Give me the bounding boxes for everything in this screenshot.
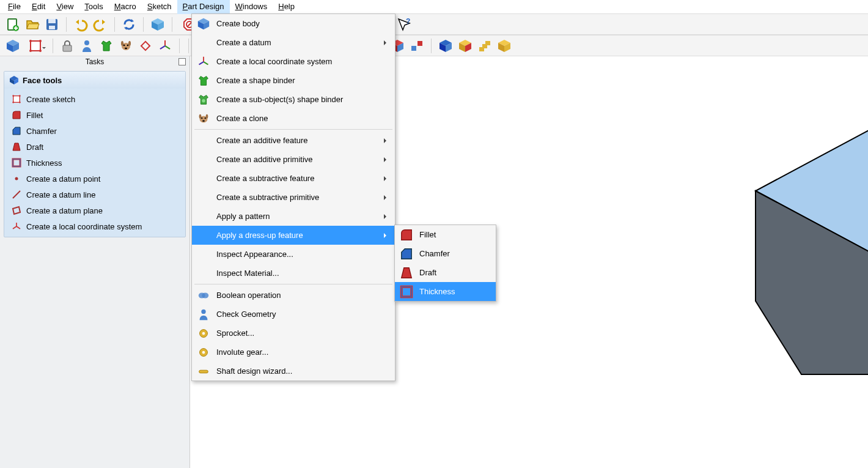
menuitem-involute-gear-[interactable]: Involute gear... (192, 343, 395, 362)
face-tool-create-a-datum-point[interactable]: Create a datum point (6, 171, 184, 187)
menuitem-create-a-sub-object-s-shape-binder[interactable]: Create a sub-object(s) shape binder (192, 90, 395, 109)
menuitem-inspect-material-[interactable]: Inspect Material... (192, 264, 395, 283)
svg-point-103 (202, 120, 205, 121)
svg-rect-73 (485, 41, 490, 45)
menu-file[interactable]: File (2, 0, 26, 14)
menuitem-label: Apply a dress-up feature (216, 231, 303, 240)
face-tool-create-sketch[interactable]: Create sketch (6, 91, 184, 107)
shirt2-icon (197, 93, 210, 106)
sketch-icon (12, 94, 21, 104)
rod-icon (197, 365, 210, 378)
menuitem-check-geometry[interactable]: Check Geometry (192, 305, 395, 324)
submenuitem-thickness[interactable]: Thickness (395, 282, 496, 301)
scale-button[interactable] (408, 37, 426, 55)
open-button[interactable] (23, 15, 42, 34)
menu-part-design[interactable]: Part Design (177, 0, 230, 14)
redo-button[interactable] (91, 15, 109, 34)
refresh-button[interactable] (120, 15, 138, 34)
svg-point-36 (125, 47, 127, 49)
menuitem-label: Create a sub-object(s) shape binder (216, 95, 343, 104)
face-tools-header[interactable]: Face tools (4, 72, 185, 89)
face-tool-create-a-local-coordinate-system[interactable]: Create a local coordinate system (6, 218, 184, 234)
save-button[interactable] (43, 15, 61, 34)
diamond-button[interactable] (136, 37, 155, 55)
menu-sketch[interactable]: Sketch (142, 0, 177, 14)
face-tools-list: Create sketchFilletChamferDraftThickness… (4, 89, 185, 237)
menuitem-create-a-local-coordinate-system[interactable]: Create a local coordinate system (192, 52, 395, 71)
sketch-button[interactable] (23, 37, 48, 55)
menuitem-create-a-clone[interactable]: Create a clone (192, 109, 395, 128)
lock-button[interactable] (58, 37, 76, 55)
shirt-button[interactable] (97, 37, 116, 55)
menuitem-create-a-shape-binder[interactable]: Create a shape binder (192, 71, 395, 90)
menuitem-create-a-subtractive-primitive[interactable]: Create a subtractive primitive (192, 188, 395, 207)
menuitem-inspect-appearance-[interactable]: Inspect Appearance... (192, 245, 395, 264)
submenuitem-chamfer[interactable]: Chamfer (395, 244, 496, 263)
svg-point-82 (19, 95, 21, 97)
face-tool-label: Fillet (26, 111, 43, 120)
face-tool-fillet[interactable]: Fillet (6, 107, 184, 123)
stack-button[interactable] (476, 37, 494, 55)
blank-icon (197, 248, 210, 261)
pl-icon (12, 206, 21, 215)
svg-point-34 (121, 41, 123, 46)
menuitem-label: Create an additive feature (216, 136, 308, 145)
box-button[interactable] (149, 15, 167, 34)
menuitem-create-a-datum[interactable]: Create a datum (192, 33, 395, 52)
menu-windows[interactable]: Windows (230, 0, 273, 14)
face-tool-chamfer[interactable]: Chamfer (6, 123, 184, 139)
undo-button[interactable] (72, 15, 90, 34)
menuitem-create-an-additive-primitive[interactable]: Create an additive primitive (192, 150, 395, 169)
face-tool-label: Create a datum point (26, 174, 100, 184)
face-tool-label: Create a local coordinate system (26, 222, 142, 231)
submenuitem-draft[interactable]: Draft (395, 263, 496, 282)
man-button[interactable] (78, 37, 96, 55)
submenuitem-label: Fillet (419, 230, 436, 239)
menuitem-shaft-design-wizard-[interactable]: Shaft design wizard... (192, 362, 395, 381)
menuitem-boolean-operation[interactable]: Boolean operation (192, 286, 395, 305)
fillet-icon (400, 228, 413, 242)
body-button[interactable] (4, 37, 22, 55)
menuitem-sprocket-[interactable]: Sprocket... (192, 324, 395, 343)
menuitem-apply-a-pattern[interactable]: Apply a pattern (192, 207, 395, 226)
menuitem-label: Create an additive primitive (216, 155, 313, 164)
face-tool-thickness[interactable]: Thickness (6, 155, 184, 171)
toolbar-partdesign: > (0, 35, 868, 56)
menu-macro[interactable]: Macro (109, 0, 142, 14)
dog-button[interactable] (117, 37, 135, 55)
menu-view[interactable]: View (51, 0, 79, 14)
whatsthis-button[interactable]: ? (395, 15, 413, 34)
face-tool-draft[interactable]: Draft (6, 139, 184, 155)
tray-button[interactable] (436, 37, 455, 55)
face-tool-create-a-datum-line[interactable]: Create a datum line (6, 187, 184, 202)
cube-model[interactable] (752, 117, 868, 387)
face-tool-create-a-datum-plane[interactable]: Create a datum plane (6, 202, 184, 218)
new-button[interactable] (4, 15, 22, 34)
menu-edit[interactable]: Edit (26, 0, 51, 14)
axes-button[interactable] (156, 37, 174, 55)
draft-icon (400, 266, 413, 280)
block-button[interactable] (456, 37, 474, 55)
svg-point-88 (15, 177, 18, 180)
menu-help[interactable]: Help (273, 0, 300, 14)
svg-line-89 (13, 191, 20, 198)
menuitem-create-an-additive-feature[interactable]: Create an additive feature (192, 131, 395, 150)
menuitem-label: Apply a pattern (216, 212, 270, 221)
grid-button[interactable] (495, 37, 513, 55)
svg-point-28 (39, 50, 42, 52)
svg-text:?: ? (406, 17, 410, 26)
menu-tools[interactable]: Tools (79, 0, 108, 14)
menuitem-create-body[interactable]: Create body (192, 14, 395, 33)
menuitem-apply-a-dress-up-feature[interactable]: Apply a dress-up feature (192, 226, 395, 245)
submenuitem-fillet[interactable]: Fillet (395, 225, 496, 244)
menuitem-label: Create a local coordinate system (216, 57, 332, 66)
submenuitem-label: Draft (419, 268, 436, 277)
menuitem-create-a-subtractive-feature[interactable]: Create a subtractive feature (192, 169, 395, 188)
axes-icon (197, 55, 210, 69)
tasks-panel-toggle-icon[interactable] (178, 58, 186, 65)
svg-rect-29 (63, 45, 72, 51)
menuitem-label: Sprocket... (216, 329, 254, 338)
face-tool-label: Create sketch (26, 95, 75, 104)
blank-icon (197, 172, 210, 185)
svg-rect-4 (49, 26, 55, 29)
